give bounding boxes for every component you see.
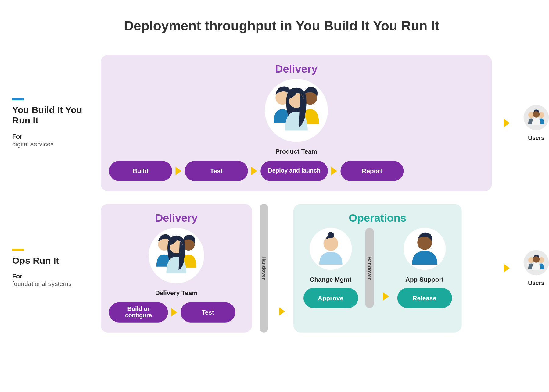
panel-delivery-ybiyri: Delivery Product Team xyxy=(101,55,492,191)
arrow-icon xyxy=(279,307,285,316)
step-test: Test xyxy=(185,161,248,181)
arrow-icon xyxy=(251,167,257,175)
users-avatar-icon xyxy=(524,105,549,130)
delivery-team-avatar-icon xyxy=(149,228,204,283)
model-label-opsrunit: Ops Run It For foundational systems xyxy=(12,249,92,288)
step-test: Test xyxy=(181,302,235,323)
model-label-ybiyri: You Build It You Run It For digital serv… xyxy=(12,98,92,148)
users-avatar-icon xyxy=(524,250,549,275)
users-label: Users xyxy=(528,280,544,286)
arrow-icon xyxy=(504,264,510,273)
step-build-configure: Build or configure xyxy=(109,302,168,323)
accent-bar-icon xyxy=(12,249,24,251)
change-mgmt-avatar-icon xyxy=(310,228,352,270)
panel-operations: Operations Change Mgmt Approve xyxy=(293,204,462,333)
row-opsrunit: Ops Run It For foundational systems Deli… xyxy=(12,204,549,333)
product-team-avatar-icon xyxy=(265,79,328,142)
page-title: Deployment throughput in You Build It Yo… xyxy=(12,18,549,34)
step-deploy-launch: Deploy and launch xyxy=(260,161,328,181)
app-support-avatar-icon xyxy=(404,228,446,270)
panel-title-delivery: Delivery xyxy=(109,211,244,224)
row-ybiyri: You Build It You Run It For digital serv… xyxy=(12,55,549,191)
accent-bar-icon xyxy=(12,98,24,100)
step-build: Build xyxy=(109,161,172,181)
svg-point-11 xyxy=(323,236,338,251)
arrow-icon xyxy=(383,292,389,301)
users-ybiyri: Users xyxy=(522,105,549,141)
arrow-icon xyxy=(171,308,177,317)
team-label: Delivery Team xyxy=(109,289,244,296)
arrow-icon xyxy=(331,167,337,175)
model-for-label: For xyxy=(12,272,92,279)
team-label: Product Team xyxy=(109,148,483,155)
users-label: Users xyxy=(528,134,544,141)
steps-row-ybiyri: Build Test Deploy and launch Report xyxy=(109,161,483,181)
handover-label: Handover xyxy=(261,257,267,280)
handover-bar-inner: Handover xyxy=(365,228,374,308)
panel-title-operations: Operations xyxy=(302,211,453,224)
handover-label: Handover xyxy=(367,256,372,280)
model-for-value: digital services xyxy=(12,140,92,148)
handover-bar: Handover xyxy=(260,204,268,333)
model-for-value: foundational systems xyxy=(12,280,92,288)
model-name: Ops Run It xyxy=(12,255,92,265)
step-approve: Approve xyxy=(303,288,358,308)
step-release: Release xyxy=(397,288,452,308)
arrow-icon xyxy=(504,119,510,127)
step-report: Report xyxy=(340,161,404,181)
change-mgmt-label: Change Mgmt xyxy=(302,276,359,283)
arrow-icon xyxy=(175,167,181,175)
app-support-label: App Support xyxy=(396,276,453,283)
users-opsrunit: Users xyxy=(522,250,549,286)
panel-title-delivery: Delivery xyxy=(109,62,483,76)
model-for-label: For xyxy=(12,133,92,140)
model-name: You Build It You Run It xyxy=(12,105,92,126)
panel-delivery-opsrunit: Delivery xyxy=(101,204,252,333)
